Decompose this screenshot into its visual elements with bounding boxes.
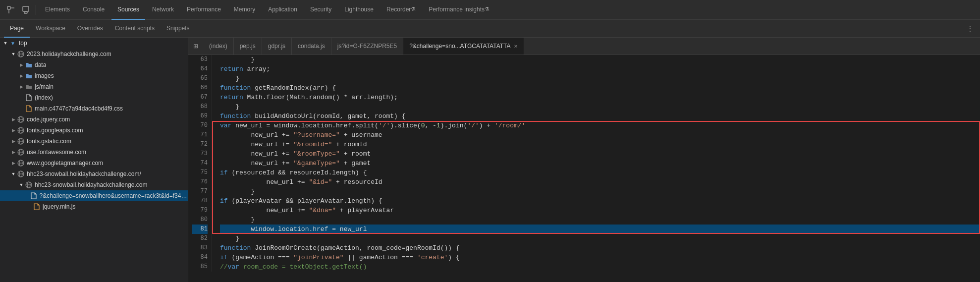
code-line-71: new_url += "?username=" + username <box>220 130 980 140</box>
tab-recorder[interactable]: Recorder ⚗ <box>381 0 422 20</box>
code-tab-1[interactable]: pep.js <box>234 38 262 55</box>
code-line-68: } <box>220 102 980 112</box>
tree-label: use.fontawesome.com <box>27 149 86 156</box>
tree-item-jquery-com[interactable]: ▶code.jquery.com <box>0 114 188 125</box>
code-line-67: return Math.floor(Math.random() * arr.le… <box>220 93 980 102</box>
code-line-69: function buildAndGotoUrl(roomId, gamet, … <box>220 112 980 121</box>
code-tab-label-0: (index) <box>209 43 227 50</box>
device-icon[interactable] <box>19 3 33 17</box>
domain-icon <box>17 159 25 167</box>
code-line-65: } <box>220 74 980 83</box>
tab-console[interactable]: Console <box>77 0 110 20</box>
tree-item-fonts-googleapis[interactable]: ▶fonts.googleapis.com <box>0 125 188 136</box>
tree-label: fonts.gstatic.com <box>27 138 71 145</box>
tree-item-fontawesome[interactable]: ▶use.fontawesome.com <box>0 147 188 158</box>
line-number-68: 68 <box>192 102 208 112</box>
code-tab-label-4: js?id=G-F6ZZNPR5E5 <box>337 43 397 50</box>
tree-item-top[interactable]: ▼▼top <box>0 38 188 49</box>
tab-memory[interactable]: Memory <box>228 0 261 20</box>
code-line-78: if (playerAvatar && playerAvatar.length)… <box>220 196 980 206</box>
domain-icon <box>17 126 25 134</box>
tree-label: hhc23-snowball.holidayhackchallenge.com/ <box>27 170 141 177</box>
code-tab-label-3: condata.js <box>298 43 325 50</box>
tab-application[interactable]: Application <box>262 0 303 20</box>
line-number-80: 80 <box>192 215 208 225</box>
line-number-70: 70 <box>192 121 208 130</box>
line-number-82: 82 <box>192 234 208 243</box>
tree-label: js/main <box>35 83 54 90</box>
domain-icon <box>17 50 25 58</box>
tree-label: main.c4747c7a94dac4cbd4f9.css <box>35 105 123 112</box>
subtab-content-scripts[interactable]: Content scripts <box>109 20 161 38</box>
code-tab-5[interactable]: ?&challenge=sno...ATGCATATATATTA✕ <box>403 38 524 55</box>
tree-item-index[interactable]: (index) <box>0 92 188 103</box>
domain-icon <box>17 148 25 156</box>
tree-label: hhc23-snowball.holidayhackchallenge.com <box>35 181 147 188</box>
collapse-panel-icon[interactable]: ⊞ <box>188 38 203 55</box>
tree-item-fonts-gstatic[interactable]: ▶fonts.gstatic.com <box>0 136 188 147</box>
file-orange-icon <box>33 203 41 211</box>
line-number-66: 66 <box>192 83 208 93</box>
domain-icon <box>17 170 25 178</box>
code-line-66: function getRandomIndex(arr) { <box>220 83 980 93</box>
line-number-73: 73 <box>192 149 208 159</box>
code-tab-2[interactable]: gdpr.js <box>262 38 292 55</box>
code-line-64: return array; <box>220 64 980 74</box>
domain-icon <box>17 115 25 123</box>
tree-item-images[interactable]: ▶images <box>0 70 188 81</box>
tree-item-gtm[interactable]: ▶www.googletagmanager.com <box>0 158 188 169</box>
tree-item-challenge-url[interactable]: ?&challenge=snowballhero&username=rack3t… <box>0 190 188 201</box>
tree-item-snowball-domain2[interactable]: ▼hhc23-snowball.holidayhackchallenge.com <box>0 179 188 190</box>
tree-item-domain1[interactable]: ▼2023.holidayhackchallenge.com <box>0 49 188 59</box>
code-line-83: function JoinRoomOrCreate(gameAction, ro… <box>220 243 980 253</box>
code-line-79: new_url += "&dna=" + playerAvatar <box>220 206 980 215</box>
code-tab-label-1: pep.js <box>240 43 256 50</box>
folder-icon <box>25 61 33 69</box>
inspect-icon[interactable] <box>4 3 18 17</box>
tree-label: images <box>35 72 54 79</box>
line-number-85: 85 <box>192 262 208 272</box>
code-line-75: if (resourceId && resourceId.length) { <box>220 168 980 177</box>
close-tab-icon[interactable]: ✕ <box>514 44 518 49</box>
tree-item-jsmain[interactable]: ▶js/main <box>0 81 188 92</box>
line-number-79: 79 <box>192 206 208 215</box>
svg-rect-4 <box>24 12 27 13</box>
code-line-74: new_url += "&gameType=" + gamet <box>220 159 980 168</box>
file-white-icon <box>25 94 33 102</box>
filetree-panel: ▼▼top▼2023.holidayhackchallenge.com▶data… <box>0 38 188 282</box>
tree-label: data <box>35 61 46 68</box>
subtab-snippets[interactable]: Snippets <box>161 20 196 38</box>
line-number-74: 74 <box>192 159 208 168</box>
code-line-84: if (gameAction === "joinPrivate" || game… <box>220 253 980 262</box>
code-tab-3[interactable]: condata.js <box>292 38 331 55</box>
code-line-77: } <box>220 187 980 196</box>
tab-lighthouse[interactable]: Lighthouse <box>338 0 380 20</box>
tree-item-jquery-min[interactable]: jquery.min.js <box>0 201 188 212</box>
code-tab-0[interactable]: (index) <box>203 38 234 55</box>
tab-network[interactable]: Network <box>146 0 180 20</box>
more-options-icon[interactable]: ⋮ <box>964 23 976 35</box>
code-line-82: } <box>220 234 980 243</box>
tree-label: 2023.holidayhackchallenge.com <box>27 51 111 57</box>
tree-label: ?&challenge=snowballhero&username=rack3t… <box>40 192 188 199</box>
tab-security[interactable]: Security <box>304 0 337 20</box>
tab-sources[interactable]: Sources <box>111 0 145 20</box>
code-content: } return array; } function getRandomInde… <box>212 55 980 272</box>
code-tab-4[interactable]: js?id=G-F6ZZNPR5E5 <box>331 38 403 55</box>
tree-item-data[interactable]: ▶data <box>0 59 188 70</box>
subtab-workspace[interactable]: Workspace <box>30 20 71 38</box>
svg-rect-3 <box>23 6 29 11</box>
code-editor[interactable]: 6364656667686970717273747576777879808182… <box>188 55 980 282</box>
code-tab-label-5: ?&challenge=sno...ATGCATATATATTA <box>409 43 510 50</box>
tree-item-snowball-domain[interactable]: ▼hhc23-snowball.holidayhackchallenge.com… <box>0 169 188 179</box>
tab-perf-insights[interactable]: Performance insights ⚗ <box>423 0 495 20</box>
tab-elements[interactable]: Elements <box>39 0 76 20</box>
subtab-overrides[interactable]: Overrides <box>71 20 109 38</box>
subtab-page[interactable]: Page <box>4 20 30 38</box>
code-panel: ⊞(index)pep.jsgdpr.jscondata.jsjs?id=G-F… <box>188 38 980 282</box>
code-line-80: } <box>220 215 980 225</box>
tab-performance[interactable]: Performance <box>181 0 227 20</box>
folder-icon <box>25 72 33 80</box>
tree-item-main-css[interactable]: main.c4747c7a94dac4cbd4f9.css <box>0 103 188 114</box>
root-icon: ▼ <box>9 39 17 47</box>
